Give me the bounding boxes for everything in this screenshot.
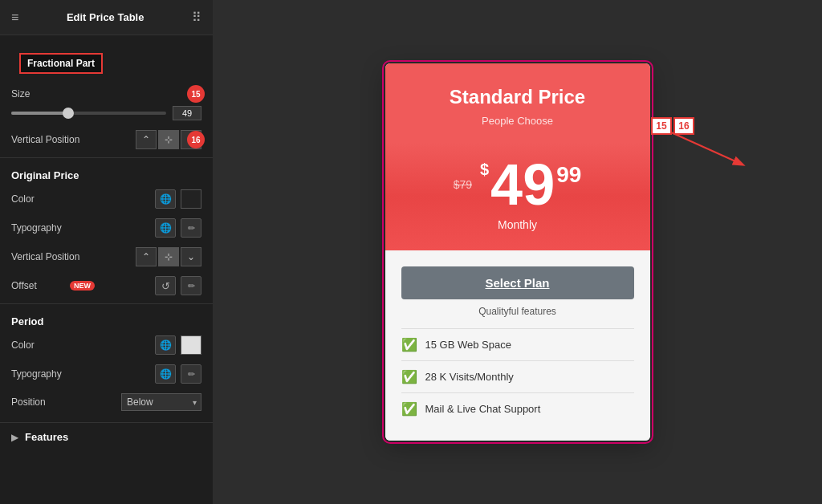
select-plan-button[interactable]: Select Plan xyxy=(401,266,634,299)
op-vpos-top-btn[interactable]: ⌃ xyxy=(136,247,157,266)
features-subtitle: Qualityful features xyxy=(401,306,634,317)
check-icon-3: ✅ xyxy=(401,401,417,417)
main-content: Standard Price People Choose $79 $ 49 99… xyxy=(213,0,822,504)
features-label: Features xyxy=(25,431,201,443)
vertical-position-row: Vertical Position ⌃ ⊹ ⌄ 16 xyxy=(0,125,213,154)
original-price-typography-globe-btn[interactable]: 🌐 xyxy=(155,218,176,238)
original-price-typography-edit-btn[interactable]: ✏ xyxy=(181,218,201,238)
period-text: Monthly xyxy=(401,218,634,231)
price-card: Standard Price People Choose $79 $ 49 99… xyxy=(385,63,650,441)
price-display: $79 $ 49 99 xyxy=(401,156,634,213)
period-typography-edit-btn[interactable]: ✏ xyxy=(181,364,201,384)
card-subtitle: People Choose xyxy=(401,115,634,127)
original-price-vpos-buttons: ⌃ ⊹ ⌄ xyxy=(136,247,201,266)
slider-fill xyxy=(11,112,66,115)
slider-thumb[interactable] xyxy=(63,108,74,119)
position-select[interactable]: Above Below Inline xyxy=(121,393,201,411)
feature-item-1: ✅ 15 GB Web Space xyxy=(401,328,634,360)
hamburger-icon[interactable]: ≡ xyxy=(11,10,18,25)
original-price-color-label: Color xyxy=(11,193,150,205)
dollar-sign: $ xyxy=(480,161,489,179)
position-row: Position Above Below Inline xyxy=(0,388,213,416)
original-price-vpos-row: Vertical Position ⌃ ⊹ ⌄ xyxy=(0,242,213,271)
op-vpos-bottom-btn[interactable]: ⌄ xyxy=(181,247,201,266)
position-label: Position xyxy=(11,396,121,408)
check-icon-1: ✅ xyxy=(401,337,417,352)
sidebar-content: Fractional Part Size 15 49 Vertical Posi… xyxy=(0,35,213,504)
original-price: $79 xyxy=(454,178,472,191)
fractional-part: 99 xyxy=(556,162,581,188)
size-slider-container: 49 xyxy=(0,104,213,125)
offset-row: Offset NEW ↺ ✏ xyxy=(0,271,213,300)
size-row: Size 15 xyxy=(0,83,213,104)
card-title: Standard Price xyxy=(401,86,634,108)
original-price-globe-btn[interactable]: 🌐 xyxy=(155,189,176,209)
size-badge: 15 xyxy=(187,85,205,103)
period-color-swatch[interactable] xyxy=(181,335,201,355)
feature-text-3: Mail & Live Chat Support xyxy=(425,403,541,415)
vpos-middle-btn[interactable]: ⊹ xyxy=(158,130,179,149)
offset-reset-btn[interactable]: ↺ xyxy=(155,276,176,295)
feature-item-2: ✅ 28 K Visits/Monthly xyxy=(401,360,634,392)
offset-new-badge: NEW xyxy=(70,281,95,291)
op-vpos-middle-btn[interactable]: ⊹ xyxy=(158,247,179,266)
original-price-color-swatch[interactable] xyxy=(181,189,201,209)
feature-text-2: 28 K Visits/Monthly xyxy=(425,371,514,383)
period-color-globe-btn[interactable]: 🌐 xyxy=(155,335,176,355)
original-price-typography-label: Typography xyxy=(11,222,150,234)
fractional-part-header: Fractional Part xyxy=(19,53,103,74)
size-label: Size xyxy=(11,88,201,100)
annotation-badge-15: 15 xyxy=(651,117,672,135)
grid-icon[interactable]: ⠿ xyxy=(192,10,201,25)
feature-text-1: 15 GB Web Space xyxy=(425,339,511,351)
svg-line-0 xyxy=(662,128,743,165)
vpos-top-btn[interactable]: ⌃ xyxy=(136,130,157,149)
vertical-position-label: Vertical Position xyxy=(11,134,136,145)
sidebar: ≡ Edit Price Table ⠿ Fractional Part Siz… xyxy=(0,0,213,504)
period-color-row: Color 🌐 xyxy=(0,331,213,360)
feature-item-3: ✅ Mail & Live Chat Support xyxy=(401,392,634,425)
offset-edit-btn[interactable]: ✏ xyxy=(181,276,201,295)
original-price-color-row: Color 🌐 xyxy=(0,185,213,213)
main-price-number: 49 xyxy=(490,156,555,213)
card-bottom: Select Plan Qualityful features ✅ 15 GB … xyxy=(385,250,650,441)
size-value[interactable]: 49 xyxy=(173,106,201,120)
period-color-label: Color xyxy=(11,339,150,351)
original-price-typography-row: Typography 🌐 ✏ xyxy=(0,213,213,242)
period-typography-globe-btn[interactable]: 🌐 xyxy=(155,364,176,384)
check-icon-2: ✅ xyxy=(401,369,417,384)
vpos-badge: 16 xyxy=(187,131,205,148)
sidebar-header: ≡ Edit Price Table ⠿ xyxy=(0,0,213,35)
period-typography-label: Typography xyxy=(11,368,150,380)
sidebar-title: Edit Price Table xyxy=(67,11,144,23)
original-price-vpos-label: Vertical Position xyxy=(11,251,136,262)
card-price-section: $79 $ 49 99 Monthly xyxy=(385,143,650,250)
position-select-wrapper: Above Below Inline xyxy=(121,393,201,411)
features-expand-icon: ▶ xyxy=(11,432,18,443)
card-top: Standard Price People Choose xyxy=(385,63,650,143)
features-accordion[interactable]: ▶ Features xyxy=(0,422,213,451)
period-typography-row: Typography 🌐 ✏ xyxy=(0,360,213,388)
period-section-title: Period xyxy=(0,307,213,331)
offset-label: Offset xyxy=(11,280,62,291)
size-slider-track[interactable] xyxy=(11,112,166,115)
original-price-section-title: Original Price xyxy=(0,161,213,185)
annotation-badge-16: 16 xyxy=(673,117,694,135)
